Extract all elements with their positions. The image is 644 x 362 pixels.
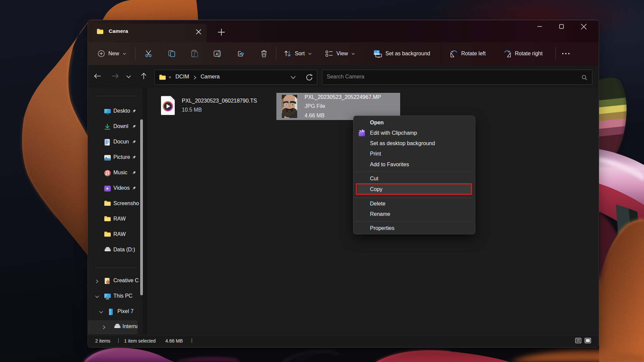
svg-text:A: A [216,52,218,56]
